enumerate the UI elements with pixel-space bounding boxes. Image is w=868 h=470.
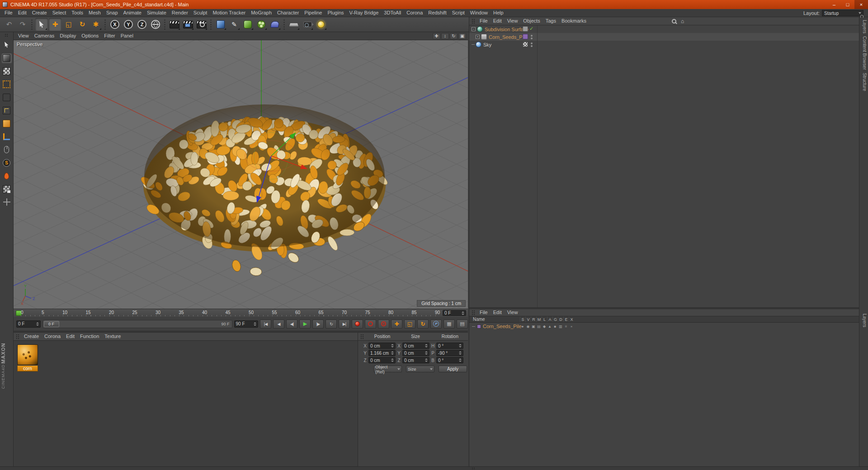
object-name[interactable]: Subdivision Surface <box>485 27 528 32</box>
search-icon[interactable] <box>672 19 676 24</box>
add-camera-button[interactable] <box>301 18 314 31</box>
generator-enabled-check-icon[interactable]: ✓ <box>529 26 533 32</box>
layer-toggle-icon[interactable]: × <box>569 323 574 330</box>
pan-view-icon[interactable]: ✚ <box>433 33 440 39</box>
object-manager-menu-item[interactable]: Tags <box>543 17 559 25</box>
menubar-item[interactable]: Corona <box>404 9 425 17</box>
layer-toggle-icon[interactable]: ■ <box>552 323 558 330</box>
scale-tool-button[interactable]: ◱ <box>62 18 75 31</box>
autokeying-button[interactable] <box>365 320 376 329</box>
menubar-item[interactable]: Tools <box>69 9 86 17</box>
layer-manager-menu-item[interactable]: File <box>477 309 491 316</box>
viewport-menu-item[interactable]: Options <box>79 32 101 40</box>
panel-grip[interactable] <box>360 334 364 339</box>
add-light-button[interactable] <box>315 18 327 31</box>
menubar-item[interactable]: 3DToAll <box>381 9 404 17</box>
object-name[interactable]: Corn_Seeds_Pile <box>489 34 528 40</box>
layer-toggle-icon[interactable]: ● <box>520 323 525 330</box>
undo-button[interactable]: ↶ <box>3 18 15 31</box>
viewport-menu-item[interactable]: View <box>15 32 32 40</box>
rotate-view-icon[interactable]: ↻ <box>450 33 458 39</box>
pos-x-field[interactable]: 0 cm <box>368 343 396 349</box>
model-mode-button[interactable] <box>1 52 12 63</box>
move-tool-button[interactable]: ✚ <box>49 18 61 31</box>
object-row-corn-seeds-pile[interactable]: + Corn_Seeds_Pile <box>469 33 859 41</box>
menubar-item[interactable]: Window <box>467 9 491 17</box>
lock-x-axis-button[interactable]: X <box>108 18 121 31</box>
paint-tool-button[interactable] <box>1 170 12 181</box>
power-slider[interactable]: 0 F 90 F <box>42 320 232 328</box>
viewport-menu-item[interactable]: Cameras <box>32 32 57 40</box>
size-mode-dropdown[interactable]: Size <box>406 366 434 372</box>
object-name[interactable]: Sky <box>483 42 491 47</box>
rot-p-field[interactable]: -90 ° <box>436 350 463 356</box>
jump-to-start-button[interactable]: |◀ <box>260 320 271 329</box>
close-button[interactable]: × <box>854 0 868 9</box>
rot-b-field[interactable]: 0 ° <box>436 357 463 363</box>
expand-icon[interactable]: + <box>476 35 480 39</box>
lock-axis-button[interactable] <box>1 197 12 207</box>
texture-tag-icon[interactable] <box>523 42 528 47</box>
pos-y-field[interactable]: 1.166 cm <box>368 350 396 356</box>
menubar-item[interactable]: Snap <box>104 9 121 17</box>
visibility-dots-icon[interactable] <box>531 42 533 47</box>
menubar-item[interactable]: Edit <box>15 9 29 17</box>
make-editable-button[interactable] <box>1 39 12 50</box>
dolly-view-icon[interactable]: ↕ <box>441 33 449 39</box>
points-mode-button[interactable] <box>1 92 12 103</box>
menubar-item[interactable]: File <box>2 9 15 17</box>
stepper-icon[interactable] <box>252 322 256 326</box>
menubar-item[interactable]: V-Ray Bridge <box>347 9 382 17</box>
add-spline-button[interactable]: ✎ <box>228 18 241 31</box>
rot-h-field[interactable]: 0 ° <box>436 343 463 349</box>
layer-manager-menu-item[interactable]: View <box>505 309 521 316</box>
coordinate-mode-dropdown[interactable]: Object (Rel) <box>373 366 402 372</box>
start-frame-field[interactable]: 0 F <box>16 320 41 328</box>
menubar-item[interactable]: Simulate <box>144 9 169 17</box>
panel-grip[interactable] <box>472 310 476 315</box>
jump-to-end-button[interactable]: ▶| <box>339 320 350 329</box>
render-view-button[interactable] <box>168 18 181 31</box>
record-keyframe-button[interactable] <box>352 320 363 329</box>
texture-mode-button[interactable] <box>1 66 12 76</box>
layer-toggle-icon[interactable]: ▣ <box>531 323 536 330</box>
add-deformer-button[interactable] <box>269 18 281 31</box>
coordinate-system-button[interactable] <box>149 18 162 31</box>
pos-z-field[interactable]: 0 cm <box>368 357 396 363</box>
play-button[interactable]: ▶ <box>299 320 311 329</box>
dock-tab[interactable]: Layers <box>861 20 867 33</box>
snap-settings-button[interactable] <box>1 144 12 155</box>
object-manager-menu-item[interactable]: Edit <box>491 17 505 25</box>
key-scale-toggle[interactable]: ◱ <box>404 320 415 329</box>
workplane-mode-button[interactable] <box>1 79 12 89</box>
viewport-menu-item[interactable]: Panel <box>118 32 136 40</box>
material-name-label[interactable]: corn <box>17 366 38 371</box>
previous-key-button[interactable]: ◀ <box>273 320 284 329</box>
redo-button[interactable]: ↷ <box>16 18 29 31</box>
material-tag-icon[interactable] <box>523 34 528 39</box>
layer-toggle-icon[interactable]: ◆ <box>542 323 547 330</box>
lock-y-axis-button[interactable]: Y <box>122 18 135 31</box>
panel-grip[interactable] <box>472 19 476 24</box>
dock-tab-layers-bottom[interactable]: Layers <box>861 314 867 327</box>
key-pla-toggle[interactable]: ▦ <box>443 320 455 329</box>
stepper-icon[interactable] <box>460 311 464 315</box>
column-divider[interactable] <box>537 25 538 307</box>
dock-tab[interactable]: Content Browser <box>861 36 867 70</box>
viewport-menu-item[interactable]: Filter <box>101 32 118 40</box>
menubar-item[interactable]: Sculpt <box>191 9 210 17</box>
timeline-ruler[interactable]: 051015202530354045505560657075808590 0 F <box>14 309 468 317</box>
object-manager-menu-item[interactable]: Bookmarks <box>559 17 589 25</box>
object-row-subdivision-surface[interactable]: − Subdivision Surface ✓ <box>469 25 859 33</box>
object-row-sky[interactable]: Sky <box>469 41 859 48</box>
layer-tag-icon[interactable] <box>523 26 528 32</box>
menubar-item[interactable]: Animate <box>121 9 144 17</box>
layer-toggle-icon[interactable]: ≡ <box>563 323 569 330</box>
layer-manager-menu-item[interactable]: Edit <box>491 309 505 316</box>
edges-mode-button[interactable] <box>1 105 12 116</box>
keyframe-selection-button[interactable]: ▤ <box>457 320 468 329</box>
layer-row-corn-seeds-pile[interactable]: Corn_Seeds_Pile ●◉▣▤◆▲■▥≡× <box>469 323 859 330</box>
play-mode-button[interactable]: ↻ <box>326 320 337 329</box>
material-menu-item[interactable]: Texture <box>102 333 123 340</box>
menubar-item[interactable]: Pipeline <box>302 9 325 17</box>
